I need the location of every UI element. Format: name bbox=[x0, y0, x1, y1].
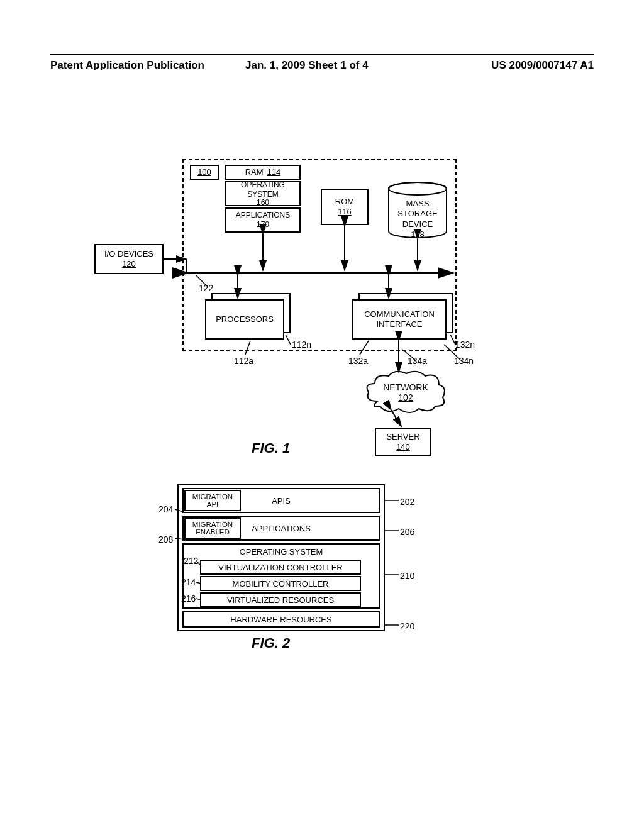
fig2-applications-label: APPLICATIONS bbox=[252, 524, 311, 533]
fig1-ram-num: 114 bbox=[267, 167, 281, 177]
fig1-network-num: 102 bbox=[365, 392, 447, 402]
fig1-rom-num: 116 bbox=[338, 207, 352, 217]
fig1-rom: ROM 116 bbox=[321, 189, 369, 225]
fig2-os-label: OPERATING SYSTEM bbox=[240, 547, 323, 556]
fig1-ref-132n: 132n bbox=[455, 340, 475, 350]
fig1-storage-num: 118 bbox=[411, 230, 425, 240]
fig2-ref-208: 208 bbox=[158, 534, 173, 545]
fig1-ram-label: RAM bbox=[245, 167, 264, 177]
fig1-apps-num: 170 bbox=[257, 220, 269, 230]
fig1-server: SERVER 140 bbox=[375, 428, 431, 456]
fig1-apps: APPLICATIONS 170 bbox=[225, 208, 301, 233]
fig2-ref-214: 214 bbox=[181, 577, 196, 587]
fig1-server-label: SERVER bbox=[386, 432, 419, 442]
fig1-ref-132a: 132a bbox=[348, 356, 368, 366]
fig1-network-cloud: NETWORK 102 bbox=[365, 370, 447, 414]
fig1-ram: RAM 114 bbox=[225, 165, 301, 180]
header-left: Patent Application Publication bbox=[50, 59, 204, 72]
fig1-comm-label: COMMUNICATION INTERFACE bbox=[364, 309, 435, 330]
fig1-os: OPERATING SYSTEM 160 bbox=[225, 181, 301, 206]
fig2-mobility-ctrl: MOBILITY CONTROLLER bbox=[200, 576, 361, 591]
fig1-network-label: NETWORK bbox=[365, 382, 447, 392]
fig2-hw-label: HARDWARE RESOURCES bbox=[230, 615, 331, 624]
fig1-ref-100: 100 bbox=[190, 165, 219, 180]
fig1-os-label: OPERATING SYSTEM bbox=[241, 180, 285, 199]
fig2-virt-ctrl-label: VIRTUALIZATION CONTROLLER bbox=[218, 563, 342, 572]
fig1-io-devices: I/O DEVICES 120 bbox=[94, 244, 164, 274]
header-right: US 2009/0007147 A1 bbox=[491, 59, 594, 72]
fig2-virt-ctrl: VIRTUALIZATION CONTROLLER bbox=[200, 560, 361, 575]
fig2-hw-row: HARDWARE RESOURCES bbox=[182, 611, 380, 628]
fig2-virt-res: VIRTUALIZED RESOURCES bbox=[200, 592, 361, 607]
fig2-ref-206: 206 bbox=[400, 527, 414, 537]
page: Patent Application Publication Jan. 1, 2… bbox=[0, 0, 644, 830]
page-header: Patent Application Publication Jan. 1, 2… bbox=[50, 54, 594, 59]
fig2-ref-204: 204 bbox=[158, 504, 173, 514]
fig1-io-devices-num: 120 bbox=[122, 259, 136, 269]
fig1-ref-100-text: 100 bbox=[197, 167, 211, 177]
header-middle: Jan. 1, 2009 Sheet 1 of 4 bbox=[245, 59, 369, 72]
fig2-migration-enabled: MIGRATION ENABLED bbox=[184, 517, 241, 539]
fig2-ref-202: 202 bbox=[400, 497, 414, 507]
fig1-os-num: 160 bbox=[257, 198, 269, 208]
fig1-processors-label: PROCESSORS bbox=[216, 314, 274, 324]
fig2-ref-216: 216 bbox=[181, 594, 196, 604]
fig2-migration-api: MIGRATION API bbox=[184, 490, 241, 511]
fig1-ref-122: 122 bbox=[199, 283, 213, 293]
fig2-apis-label: APIS bbox=[272, 496, 291, 506]
fig2-caption: FIG. 2 bbox=[252, 635, 290, 651]
fig1-io-devices-label: I/O DEVICES bbox=[104, 249, 153, 259]
fig1-ref-134a: 134a bbox=[408, 356, 427, 366]
fig1-caption: FIG. 1 bbox=[252, 440, 290, 456]
fig2-ref-210: 210 bbox=[400, 571, 414, 581]
fig2-virt-res-label: VIRTUALIZED RESOURCES bbox=[227, 595, 334, 605]
fig2-mobility-ctrl-label: MOBILITY CONTROLLER bbox=[233, 579, 329, 589]
fig1-mass-storage: MASS STORAGE DEVICE 118 bbox=[387, 181, 448, 239]
fig1-connector-lines bbox=[0, 0, 644, 830]
fig1-storage-label: MASS STORAGE DEVICE bbox=[397, 199, 437, 230]
fig2-connector-lines bbox=[0, 0, 644, 830]
fig2-ref-212: 212 bbox=[184, 556, 198, 566]
fig1-apps-label: APPLICATIONS bbox=[236, 211, 290, 220]
fig1-server-num: 140 bbox=[396, 442, 410, 452]
fig1-processors: PROCESSORS bbox=[205, 299, 284, 340]
fig2-ref-220: 220 bbox=[400, 621, 414, 631]
fig1-comm-interface: COMMUNICATION INTERFACE bbox=[352, 299, 447, 340]
fig1-rom-label: ROM bbox=[335, 197, 354, 207]
fig1-ref-112n: 112n bbox=[292, 340, 311, 350]
fig1-ref-134n: 134n bbox=[454, 356, 474, 366]
fig1-ref-112a: 112a bbox=[234, 356, 253, 366]
